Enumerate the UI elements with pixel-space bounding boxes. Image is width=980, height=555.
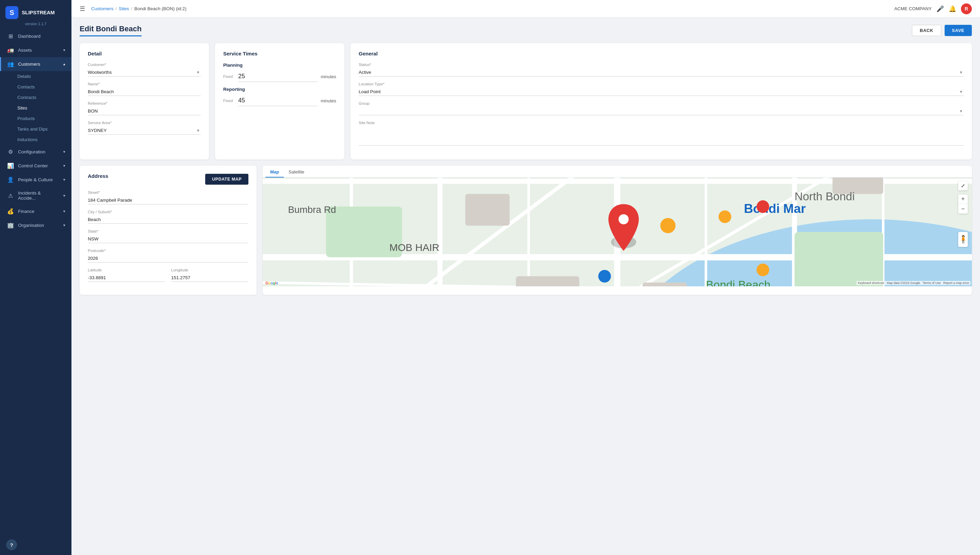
mic-icon[interactable]: 🎤: [937, 5, 944, 13]
bottom-row: Address UPDATE MAP Street* City / Suburb…: [80, 165, 972, 295]
help-button[interactable]: ?: [6, 539, 17, 550]
state-input[interactable]: [88, 234, 248, 243]
sidebar-item-control-center-label: Control Center: [18, 163, 48, 168]
incidents-icon: ⚠: [7, 192, 14, 199]
breadcrumb-sep-1: /: [116, 6, 117, 11]
reference-field-group: Reference*: [88, 101, 201, 115]
longitude-label: Longitude: [171, 268, 248, 272]
hamburger-icon[interactable]: ☰: [80, 5, 85, 13]
reporting-minutes-input[interactable]: [238, 95, 318, 106]
sidebar-item-organisation[interactable]: 🏢 Organisation ▾: [0, 218, 71, 232]
name-input[interactable]: [88, 87, 201, 96]
group-select[interactable]: [359, 106, 964, 115]
sidebar-sub-tanks-dips[interactable]: Tanks and Dips: [0, 124, 71, 134]
street-input[interactable]: [88, 196, 248, 204]
sidebar-sub-contacts[interactable]: Contacts: [0, 82, 71, 92]
sidebar-item-assets-label: Assets: [18, 48, 32, 53]
chevron-down-icon-2: ▾: [63, 150, 65, 154]
reference-input[interactable]: [88, 106, 201, 115]
detail-card: Detail Customer* Woolworths Name* Refere…: [80, 43, 209, 159]
general-card-title: General: [359, 51, 964, 56]
topbar: ☰ Customers / Sites / Bondi Beach (BON) …: [71, 0, 980, 18]
breadcrumb-customers[interactable]: Customers: [91, 6, 113, 11]
google-logo: Google: [265, 281, 278, 285]
sidebar-bottom: ?: [0, 534, 71, 555]
sidebar-item-customers[interactable]: 👥 Customers ▴: [0, 57, 71, 71]
service-area-select[interactable]: SYDNEY: [88, 126, 201, 135]
chevron-up-icon: ▴: [63, 62, 65, 66]
sidebar-item-people-culture[interactable]: 👤 People & Culture ▾: [0, 173, 71, 187]
svg-rect-19: [795, 232, 884, 286]
chevron-down-icon-3: ▾: [63, 164, 65, 168]
main-area: ☰ Customers / Sites / Bondi Beach (BON) …: [71, 0, 980, 555]
service-times-card-title: Service Times: [223, 51, 336, 56]
sidebar-item-configuration[interactable]: ⚙ Configuration ▾: [0, 145, 71, 159]
sidebar-sub-contracts[interactable]: Contracts: [0, 92, 71, 103]
sidebar-sub-inductions[interactable]: Inductions: [0, 134, 71, 145]
location-type-select[interactable]: Load Point: [359, 87, 964, 96]
status-select[interactable]: Active: [359, 68, 964, 77]
save-button[interactable]: SAVE: [945, 25, 972, 36]
state-field-group: State*: [88, 229, 248, 243]
reporting-row: Fixed minutes: [223, 95, 336, 106]
sidebar-nav: ⊞ Dashboard 🚛 Assets ▾ 👥 Customers ▴ Det…: [0, 29, 71, 534]
svg-text:Bondi Mar: Bondi Mar: [744, 201, 806, 216]
sidebar-item-organisation-label: Organisation: [18, 223, 44, 228]
sidebar-item-finance-label: Finance: [18, 209, 34, 214]
address-card-title: Address: [88, 173, 108, 179]
status-field-group: Status* Active: [359, 63, 964, 77]
user-avatar[interactable]: R: [961, 3, 972, 14]
control-center-icon: 📊: [7, 162, 14, 169]
people-culture-icon: 👤: [7, 176, 14, 183]
update-map-button[interactable]: UPDATE MAP: [205, 174, 248, 184]
postcode-input[interactable]: [88, 254, 248, 263]
chevron-down-icon-7: ▾: [63, 223, 65, 228]
service-area-field-group: Service Area* SYDNEY: [88, 121, 201, 135]
sidebar-item-incidents[interactable]: ⚠ Incidents & Accide... ▾: [0, 187, 71, 204]
sidebar-sub-details[interactable]: Details: [0, 71, 71, 82]
tab-map[interactable]: Map: [265, 167, 284, 178]
map-zoom-controls: + −: [958, 194, 968, 213]
reference-label: Reference*: [88, 101, 201, 106]
service-times-card: Service Times Planning Fixed minutes Rep…: [215, 43, 344, 159]
zoom-out-button[interactable]: −: [958, 204, 968, 213]
sidebar-item-control-center[interactable]: 📊 Control Center ▾: [0, 159, 71, 173]
sidebar-item-assets[interactable]: 🚛 Assets ▾: [0, 43, 71, 57]
status-label: Status*: [359, 63, 964, 67]
header-actions: BACK SAVE: [912, 25, 972, 36]
reporting-type-label: Fixed: [223, 99, 236, 103]
bell-icon[interactable]: 🔔: [949, 5, 956, 13]
breadcrumb-sites[interactable]: Sites: [119, 6, 129, 11]
planning-row: Fixed minutes: [223, 71, 336, 82]
site-note-textarea[interactable]: [359, 126, 964, 146]
customer-select[interactable]: Woolworths: [88, 68, 201, 77]
sidebar-sub-products[interactable]: Products: [0, 113, 71, 124]
map-fullscreen-button[interactable]: ⤢: [958, 181, 968, 191]
sidebar-item-dashboard[interactable]: ⊞ Dashboard: [0, 29, 71, 43]
sidebar-item-configuration-label: Configuration: [18, 149, 45, 154]
reporting-title: Reporting: [223, 87, 336, 92]
breadcrumb: Customers / Sites / Bondi Beach (BON) (i…: [91, 6, 186, 11]
customer-field-group: Customer* Woolworths: [88, 63, 201, 77]
page-header: Edit Bondi Beach BACK SAVE: [80, 24, 972, 36]
postcode-field-group: Postcode*: [88, 249, 248, 263]
latitude-input[interactable]: [88, 273, 165, 282]
tab-satellite[interactable]: Satellite: [284, 167, 309, 178]
planning-minutes-input[interactable]: [238, 71, 318, 82]
customer-label: Customer*: [88, 63, 201, 67]
app-logo-icon: S: [5, 6, 18, 19]
street-view-icon[interactable]: 🧍: [958, 232, 968, 247]
location-type-label: Location Type*: [359, 82, 964, 86]
longitude-input[interactable]: [171, 273, 248, 282]
zoom-in-button[interactable]: +: [958, 194, 968, 204]
general-card: General Status* Active Location Type* Lo…: [350, 43, 972, 159]
sidebar-item-finance[interactable]: 💰 Finance ▾: [0, 204, 71, 218]
sidebar-sub-sites[interactable]: Sites: [0, 103, 71, 113]
finance-icon: 💰: [7, 208, 14, 215]
svg-point-38: [719, 210, 731, 223]
site-note-label: Site Note: [359, 121, 964, 125]
city-input[interactable]: [88, 215, 248, 224]
back-button[interactable]: BACK: [912, 25, 941, 36]
sidebar-item-dashboard-label: Dashboard: [18, 34, 40, 39]
city-label: City / Suburb*: [88, 210, 248, 214]
